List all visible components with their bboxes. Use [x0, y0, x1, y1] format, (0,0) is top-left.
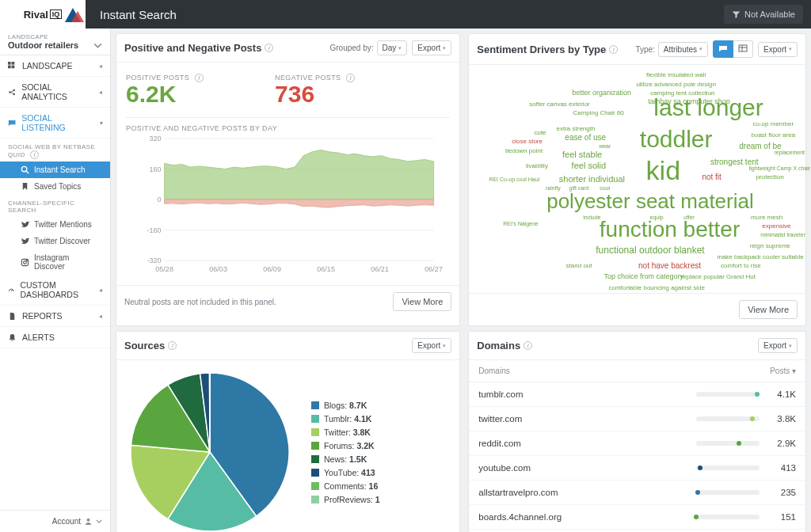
cloud-term[interactable]: minimalist traveler: [760, 232, 805, 238]
cloud-term[interactable]: function better: [600, 217, 740, 242]
export-button[interactable]: Export▾: [758, 42, 798, 57]
cloud-term[interactable]: shorter individual: [559, 174, 625, 184]
cloud-term[interactable]: offer: [683, 214, 695, 219]
legend-item[interactable]: News: 1.5K: [311, 454, 380, 464]
col-domains[interactable]: Domains: [478, 367, 770, 375]
nav-social-analytics[interactable]: SOCIAL ANALYTICS◂: [0, 77, 110, 108]
search-icon: [21, 165, 29, 174]
legend-item[interactable]: Tumblr: 4.1K: [311, 414, 380, 424]
cloud-term[interactable]: reign supreme: [750, 242, 790, 249]
nav-custom-dashboards[interactable]: CUSTOM DASHBOARDS◂: [0, 275, 110, 306]
domain-row[interactable]: twitter.com 3.8K: [469, 407, 805, 431]
cloud-term[interactable]: camping tent collection: [650, 89, 714, 96]
nav-social-listening[interactable]: SOCIAL LISTENING◂: [0, 108, 110, 139]
cloud-term[interactable]: comfort to rise: [721, 262, 761, 269]
export-button[interactable]: Export▾: [758, 338, 798, 353]
domain-row[interactable]: youtube.com 413: [469, 456, 805, 481]
nav-landscape[interactable]: LANDSCAPE◂: [0, 55, 110, 77]
cloud-term[interactable]: not fit: [702, 173, 721, 181]
cloud-term[interactable]: utilize advanced pole design: [636, 80, 716, 87]
domain-row[interactable]: tumblr.com 4.1K: [469, 382, 805, 407]
cloud-term[interactable]: expensive: [762, 222, 790, 229]
view-table-button[interactable]: [733, 40, 753, 58]
cloud-term[interactable]: make backpack cooler suitable: [717, 253, 803, 260]
cloud-term[interactable]: polyester seat material: [546, 189, 754, 214]
cloud-term[interactable]: more mesh: [751, 213, 782, 220]
cloud-term[interactable]: feel solid: [572, 161, 606, 170]
grouped-by-select[interactable]: Day▾: [377, 40, 408, 55]
legend-item[interactable]: Forums: 3.2K: [311, 441, 380, 450]
cloud-term[interactable]: lightweight Camp X chair: [749, 165, 810, 171]
info-icon[interactable]: i: [609, 45, 618, 54]
nav-twitter-discover[interactable]: Twitter Discover: [0, 233, 110, 249]
nav-saved-topics[interactable]: Saved Topics: [0, 178, 110, 195]
cloud-term[interactable]: functional outdoor blanket: [596, 245, 704, 256]
legend-item[interactable]: ProfReviews: 1: [311, 495, 380, 504]
info-icon[interactable]: i: [524, 341, 532, 350]
domain-row[interactable]: reddit.com 2.9K: [469, 431, 805, 456]
legend-item[interactable]: Comments: 16: [311, 481, 380, 491]
cloud-term[interactable]: tiedown point: [505, 146, 543, 154]
view-more-button[interactable]: View More: [393, 292, 451, 311]
cloud-term[interactable]: close store: [512, 138, 543, 145]
cloud-term[interactable]: livability: [526, 162, 548, 169]
cloud-term[interactable]: dream of be: [739, 142, 781, 150]
cloud-term[interactable]: protection: [756, 173, 784, 180]
cloud-term[interactable]: not have backrest: [638, 261, 701, 270]
account-menu[interactable]: Account: [0, 510, 110, 532]
nav-twitter-mentions[interactable]: Twitter Mentions: [0, 216, 110, 233]
cloud-term[interactable]: better organization: [572, 89, 631, 97]
cloud-term[interactable]: gift card: [569, 185, 589, 191]
view-more-button[interactable]: View More: [739, 300, 798, 319]
bell-icon: [8, 333, 17, 342]
info-icon[interactable]: i: [346, 74, 355, 82]
cloud-term[interactable]: include: [583, 214, 600, 219]
cloud-term[interactable]: wear: [599, 143, 611, 149]
cloud-term[interactable]: co-op member: [753, 120, 794, 127]
cloud-term[interactable]: cool: [600, 185, 610, 191]
cloud-term[interactable]: replacement: [774, 150, 805, 155]
cloud-term[interactable]: tambay sa computer shop: [648, 97, 730, 105]
cloud-term[interactable]: Top choice from category: [604, 272, 684, 280]
cloud-term[interactable]: flexible insulated wall: [646, 71, 706, 78]
cloud-term[interactable]: stand out: [566, 262, 592, 269]
cloud-term[interactable]: rainfly: [546, 185, 561, 191]
legend-item[interactable]: YouTube: 413: [311, 468, 380, 477]
cloud-term[interactable]: kid: [646, 154, 680, 185]
nav-reports[interactable]: REPORTS◂: [0, 306, 110, 327]
view-cloud-button[interactable]: [713, 40, 733, 58]
legend-item[interactable]: Blogs: 8.7K: [311, 401, 380, 410]
cloud-term[interactable]: extra strength: [556, 124, 595, 131]
cloud-term[interactable]: feel stable: [562, 150, 602, 159]
not-available-button[interactable]: Not Available: [724, 5, 803, 24]
cloud-term[interactable]: REI Co-op cool Haul: [489, 177, 539, 182]
brand-logo[interactable]: RivalIQ: [0, 0, 86, 28]
cloud-term[interactable]: replace popular Grand Hut: [681, 273, 756, 280]
cloud-term[interactable]: strongest tent: [710, 157, 759, 165]
info-icon[interactable]: i: [30, 150, 39, 159]
landscape-selector[interactable]: LANDSCAPE Outdoor retailers: [0, 28, 110, 55]
cloud-term[interactable]: equip: [650, 214, 664, 219]
cloud-term[interactable]: REI's Nalgene: [503, 221, 539, 226]
nav-instant-search[interactable]: Instant Search: [0, 162, 110, 178]
cloud-term[interactable]: toddler: [640, 126, 713, 153]
domain-row[interactable]: boards.4channel.org 151: [469, 505, 805, 530]
cloud-term[interactable]: ease of use: [565, 132, 606, 141]
cloud-term[interactable]: comfortable bouncing against side: [608, 284, 704, 291]
domain-row[interactable]: allstartravelpro.com 235: [469, 481, 805, 505]
info-icon[interactable]: i: [265, 44, 273, 52]
info-icon[interactable]: i: [195, 74, 204, 82]
export-button[interactable]: Export▾: [412, 40, 451, 55]
nav-alerts[interactable]: ALERTS: [0, 327, 110, 348]
type-select[interactable]: Attributes▾: [658, 42, 708, 57]
cloud-term[interactable]: boast floor area: [752, 131, 796, 139]
cloud-term[interactable]: Camping Chair 60: [573, 109, 623, 116]
caret-icon: ◂: [97, 121, 105, 124]
nav-instagram-discover[interactable]: Instagram Discover: [0, 249, 110, 275]
cloud-term[interactable]: cute: [534, 129, 546, 136]
info-icon[interactable]: i: [168, 341, 177, 350]
col-posts[interactable]: Posts ▾: [770, 367, 796, 375]
cloud-term[interactable]: softer canvas exterior: [529, 100, 589, 107]
legend-item[interactable]: Twitter: 3.8K: [311, 428, 380, 437]
export-button[interactable]: Export▾: [412, 338, 451, 353]
